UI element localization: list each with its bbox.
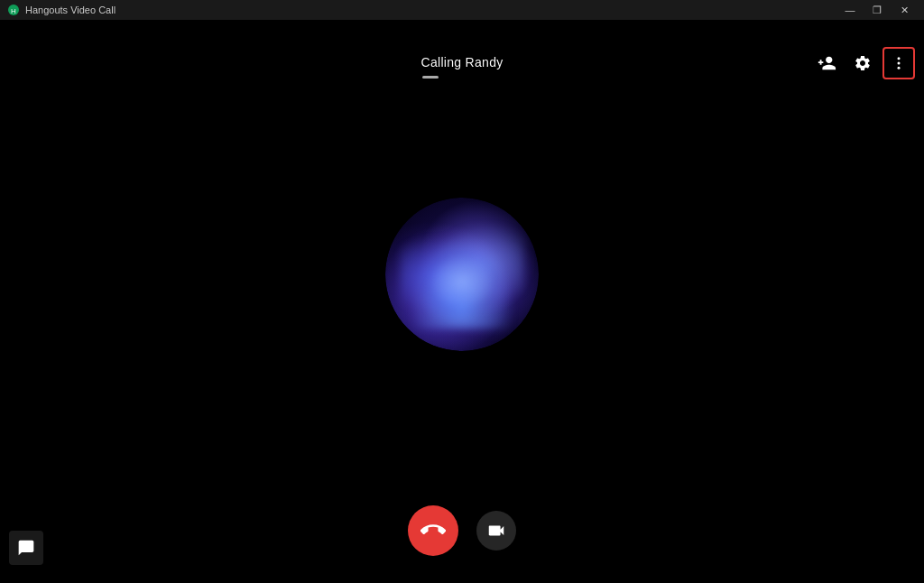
more-options-button[interactable]: [882, 47, 915, 79]
status-dash: [422, 76, 439, 79]
add-person-button[interactable]: [810, 47, 843, 79]
avatar-container: [385, 198, 539, 351]
window-title: Hangouts Video Call: [25, 5, 116, 15]
title-bar-controls: — ❐ ✕: [837, 1, 917, 19]
hangouts-icon: H: [7, 4, 20, 16]
settings-button[interactable]: [846, 47, 879, 79]
svg-point-2: [898, 57, 901, 60]
minimize-button[interactable]: —: [837, 1, 863, 19]
avatar: [385, 198, 539, 351]
close-button[interactable]: ✕: [892, 1, 917, 19]
bottom-controls: [0, 505, 924, 556]
title-bar: H Hangouts Video Call — ❐ ✕: [0, 0, 924, 20]
title-bar-left: H Hangouts Video Call: [7, 4, 116, 16]
chat-button[interactable]: [9, 531, 43, 565]
video-toggle-button[interactable]: [476, 511, 516, 551]
svg-point-3: [898, 62, 901, 65]
end-call-button[interactable]: [408, 505, 458, 556]
top-action-buttons: [810, 47, 915, 79]
svg-point-4: [898, 67, 901, 69]
calling-status: Calling Randy: [0, 55, 924, 69]
maximize-button[interactable]: ❐: [864, 1, 890, 19]
svg-text:H: H: [11, 7, 16, 15]
video-area: Calling Randy: [0, 20, 924, 583]
calling-text: Calling Randy: [420, 55, 503, 69]
